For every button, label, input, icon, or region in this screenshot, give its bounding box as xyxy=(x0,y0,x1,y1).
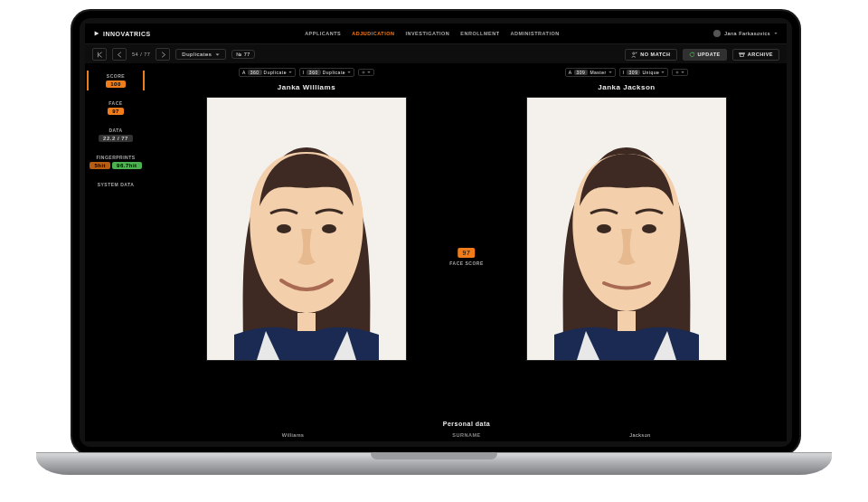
nav-tabs: APPLICANTS ADJUDICATION INVESTIGATION EN… xyxy=(151,31,714,36)
view-selector-label: Duplicates xyxy=(182,52,212,57)
nav-applicants[interactable]: APPLICANTS xyxy=(305,31,341,36)
sidebar-item-data[interactable]: DATA 22.2 / 77 xyxy=(89,125,143,145)
sidebar-item-face[interactable]: FACE 97 xyxy=(89,98,143,118)
left-photo[interactable] xyxy=(206,97,407,361)
app-screen: INNOVATRICS APPLICANTS ADJUDICATION INVE… xyxy=(85,24,787,441)
pager-pos: 54 xyxy=(132,52,138,57)
plus-icon xyxy=(675,71,679,74)
svg-point-0 xyxy=(633,52,635,53)
caret-down-icon xyxy=(347,71,351,74)
face-score-label: FACE SCORE xyxy=(449,260,484,266)
sidebar-face-value: 97 xyxy=(108,108,124,115)
sidebar-fp-label: FINGERPRINTS xyxy=(96,155,135,160)
sidebar-score-label: SCORE xyxy=(107,73,125,79)
svg-point-7 xyxy=(597,224,611,233)
svg-point-8 xyxy=(642,224,656,233)
left-chip-a[interactable]: A 360 Duplicate xyxy=(239,68,296,77)
svg-rect-2 xyxy=(740,53,743,56)
brand: INNOVATRICS xyxy=(94,31,151,37)
personal-right-value: Jackson xyxy=(494,432,787,438)
archive-label: ARCHIVE xyxy=(748,52,773,57)
nav-enrollment[interactable]: ENROLLMENT xyxy=(460,31,499,36)
personal-left-value: Williams xyxy=(146,432,439,438)
left-name: Janka Williams xyxy=(146,81,467,97)
caret-down-icon xyxy=(609,71,612,74)
sidebar-score-value: 100 xyxy=(106,81,126,88)
sidebar: SCORE 100 FACE 97 DATA 22.2 / 77 FINGERP… xyxy=(85,63,146,441)
names-row: Janka Williams Janka Jackson xyxy=(146,81,787,97)
sidebar-item-fingerprints[interactable]: FINGERPRINTS 5hit 96.7hit xyxy=(89,152,143,172)
go-prev-button[interactable] xyxy=(112,48,127,61)
go-first-button[interactable] xyxy=(92,48,107,61)
laptop-notch xyxy=(371,453,497,459)
caret-down-icon xyxy=(661,71,665,74)
record-id-text: № 77 xyxy=(236,52,250,57)
sidebar-system-label: SYSTEM DATA xyxy=(98,182,135,187)
main: A 360 Duplicate I 360 Duplicate xyxy=(146,63,787,441)
record-id-chip: № 77 xyxy=(231,50,255,59)
caret-down-icon xyxy=(288,71,292,74)
nav-administration[interactable]: ADMINISTRATION xyxy=(511,31,560,36)
go-next-button[interactable] xyxy=(156,48,170,61)
right-chip-a[interactable]: A 309 Master xyxy=(565,68,616,77)
meta-right: A 309 Master I 309 Unique xyxy=(467,63,787,81)
personal-data: Personal data Williams SURNAME Jackson xyxy=(146,417,787,441)
sidebar-fp-left: 5hit xyxy=(90,162,110,169)
user-name: Jana Farkasovics xyxy=(724,31,770,36)
svg-point-5 xyxy=(322,224,336,233)
caret-down-icon xyxy=(215,52,220,57)
pager-total: 77 xyxy=(144,52,150,57)
personal-row: Williams SURNAME Jackson xyxy=(146,432,787,438)
view-selector[interactable]: Duplicates xyxy=(175,49,226,60)
toolbar-left: 54 / 77 Duplicates № 77 xyxy=(92,48,255,61)
nav-investigation[interactable]: INVESTIGATION xyxy=(405,31,449,36)
personal-key: SURNAME xyxy=(439,432,494,438)
portrait-placeholder-icon xyxy=(207,98,406,360)
refresh-icon xyxy=(689,52,695,58)
photos-row: 97 FACE SCORE xyxy=(146,97,787,417)
sidebar-face-label: FACE xyxy=(108,100,122,106)
sidebar-fp-right: 96.7hit xyxy=(112,162,142,169)
no-match-label: NO MATCH xyxy=(640,52,670,57)
left-chip-add[interactable] xyxy=(358,69,374,76)
caret-down-icon xyxy=(774,32,778,35)
meta-bar: A 360 Duplicate I 360 Duplicate xyxy=(146,63,787,81)
face-score-value: 97 xyxy=(458,248,476,258)
update-label: UPDATE xyxy=(698,52,721,57)
plus-icon xyxy=(362,71,365,74)
right-chip-i[interactable]: I 309 Unique xyxy=(619,68,669,77)
brand-text: INNOVATRICS xyxy=(103,31,151,37)
face-score-indicator: 97 FACE SCORE xyxy=(449,248,484,266)
toolbar-right: NO MATCH UPDATE ARCH xyxy=(625,49,779,61)
toolbar: 54 / 77 Duplicates № 77 xyxy=(85,44,787,65)
laptop-base xyxy=(36,452,832,475)
sidebar-item-score[interactable]: SCORE 100 xyxy=(87,71,145,90)
avatar xyxy=(713,30,721,37)
user-menu[interactable]: Jana Farkasovics xyxy=(713,30,778,37)
meta-left: A 360 Duplicate I 360 Duplicate xyxy=(146,63,467,81)
right-photo[interactable] xyxy=(526,97,727,361)
left-chip-i[interactable]: I 360 Duplicate xyxy=(299,68,354,77)
pager-counter: 54 / 77 xyxy=(132,52,150,57)
caret-down-icon xyxy=(681,71,684,74)
caret-down-icon xyxy=(367,71,371,74)
personal-title: Personal data xyxy=(146,421,787,427)
portrait-placeholder-icon xyxy=(527,98,726,360)
archive-button[interactable]: ARCHIVE xyxy=(732,49,779,61)
no-match-button[interactable]: NO MATCH xyxy=(625,49,676,61)
person-x-icon xyxy=(631,52,637,58)
laptop-frame: INNOVATRICS APPLICANTS ADJUDICATION INVE… xyxy=(71,9,801,456)
right-chip-add[interactable] xyxy=(672,69,688,76)
sidebar-data-value: 22.2 / 77 xyxy=(99,135,133,142)
update-button[interactable]: UPDATE xyxy=(683,49,727,61)
nav-adjudication[interactable]: ADJUDICATION xyxy=(352,31,394,36)
archive-icon xyxy=(739,52,745,58)
right-name: Janka Jackson xyxy=(467,81,787,97)
topbar: INNOVATRICS APPLICANTS ADJUDICATION INVE… xyxy=(85,24,787,44)
svg-point-4 xyxy=(277,224,291,233)
brand-icon xyxy=(94,31,99,36)
sidebar-item-system[interactable]: SYSTEM DATA xyxy=(89,179,143,190)
sidebar-data-label: DATA xyxy=(108,128,122,133)
